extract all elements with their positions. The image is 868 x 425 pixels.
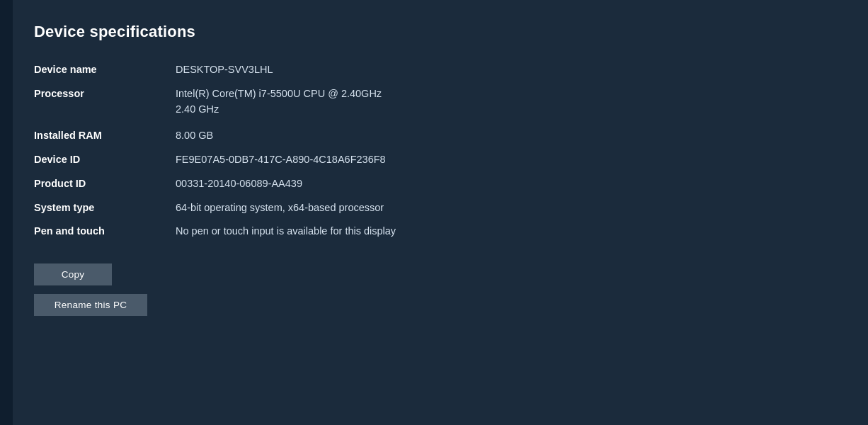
- spec-label-system-type: System type: [34, 196, 176, 220]
- spec-value-device-name: DESKTOP-SVV3LHL: [176, 58, 840, 82]
- spec-value-pen-touch: No pen or touch input is available for t…: [176, 220, 840, 244]
- spec-value-device-id: FE9E07A5-0DB7-417C-A890-4C18A6F236F8: [176, 148, 840, 172]
- spec-label-device-name: Device name: [34, 58, 176, 82]
- spec-row-processor: Processor Intel(R) Core(TM) i7-5500U CPU…: [34, 82, 840, 122]
- spec-row-device-name: Device name DESKTOP-SVV3LHL: [34, 58, 840, 82]
- button-group: Copy Rename this PC: [34, 264, 840, 316]
- rename-pc-button[interactable]: Rename this PC: [34, 294, 147, 316]
- spec-row-device-id: Device ID FE9E07A5-0DB7-417C-A890-4C18A6…: [34, 148, 840, 172]
- spec-value-ram: 8.00 GB: [176, 124, 840, 148]
- spec-value-system-type: 64-bit operating system, x64-based proce…: [176, 196, 840, 220]
- processor-line2: 2.40 GHz: [176, 103, 219, 115]
- specs-table: Device name DESKTOP-SVV3LHL Processor In…: [34, 58, 840, 244]
- spec-value-processor: Intel(R) Core(TM) i7-5500U CPU @ 2.40GHz…: [176, 82, 840, 122]
- spec-label-pen-touch: Pen and touch: [34, 220, 176, 244]
- spec-row-ram: Installed RAM 8.00 GB: [34, 124, 840, 148]
- spec-row-pen-touch: Pen and touch No pen or touch input is a…: [34, 220, 840, 244]
- spec-label-device-id: Device ID: [34, 148, 176, 172]
- spec-label-processor: Processor: [34, 82, 176, 122]
- spec-label-ram: Installed RAM: [34, 124, 176, 148]
- main-content: Device specifications Device name DESKTO…: [13, 0, 868, 425]
- spec-label-product-id: Product ID: [34, 172, 176, 196]
- processor-line1: Intel(R) Core(TM) i7-5500U CPU @ 2.40GHz: [176, 88, 382, 99]
- spec-row-system-type: System type 64-bit operating system, x64…: [34, 196, 840, 220]
- copy-button[interactable]: Copy: [34, 264, 112, 285]
- left-sidebar: [0, 0, 13, 425]
- page-title: Device specifications: [34, 23, 840, 41]
- spec-value-product-id: 00331-20140-06089-AA439: [176, 172, 840, 196]
- spec-row-product-id: Product ID 00331-20140-06089-AA439: [34, 172, 840, 196]
